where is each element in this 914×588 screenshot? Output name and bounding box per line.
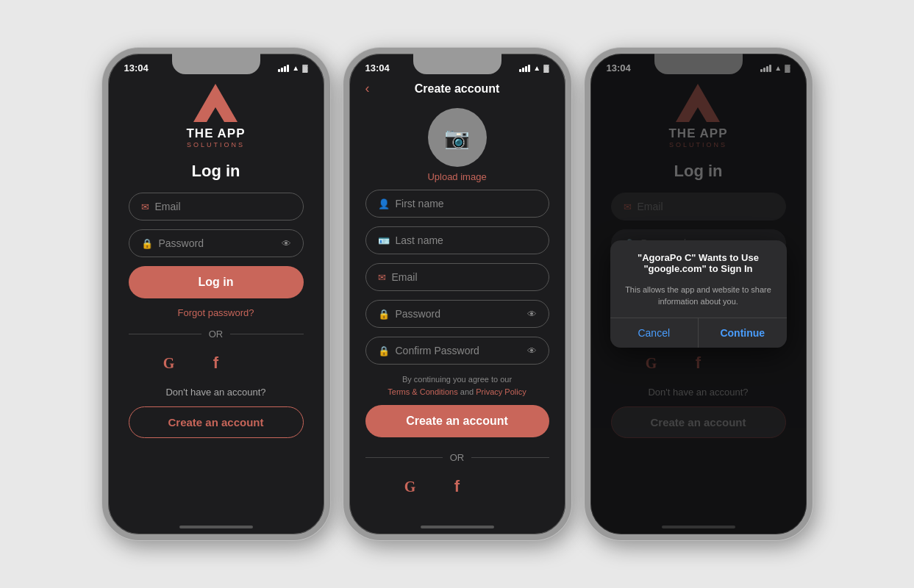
- dialog-buttons: Cancel Continue: [610, 318, 787, 348]
- home-indicator-1: [108, 520, 324, 534]
- home-bar-1: [179, 526, 253, 528]
- email-placeholder-2: Email: [392, 271, 537, 283]
- time-2: 13:04: [365, 62, 390, 74]
- status-icons-1: ▲ ▓: [278, 64, 307, 72]
- privacy-policy-link-2[interactable]: Privacy Policy: [476, 387, 526, 396]
- dont-have-account-1: Don't have an account?: [165, 387, 265, 398]
- battery-icon-2: ▓: [543, 64, 549, 72]
- terms-label-2: By continuing you agree to our: [402, 375, 512, 384]
- status-icons-2: ▲ ▓: [519, 64, 549, 72]
- nav-title-2: Create account: [415, 82, 500, 96]
- nav-bar-2: ‹ Create account: [365, 78, 549, 102]
- confirm-password-field-2[interactable]: 🔒 Confirm Password 👁: [365, 337, 549, 365]
- login-screen-1: THE APP SOLUTIONS Log in ✉ Email 🔒 Passw…: [108, 76, 324, 520]
- confirm-placeholder-2: Confirm Password: [396, 345, 521, 356]
- eye-icon-2[interactable]: 👁: [527, 309, 537, 320]
- status-bar-2: 13:04 ▲ ▓: [349, 54, 565, 76]
- dialog-title: "AgoraPo C" Wants to Use "google.com" to…: [622, 252, 775, 274]
- password-field-2[interactable]: 🔒 Password 👁: [365, 300, 549, 328]
- phone-3: 13:04 ▲ ▓ THE APP SOLUTIONS Log i: [585, 48, 813, 540]
- status-bar-1: 13:04 ▲ ▓: [108, 54, 324, 76]
- avatar-upload-2[interactable]: 📷: [428, 108, 487, 167]
- social-icons-1: G f: [156, 350, 276, 376]
- first-name-placeholder-2: First name: [396, 198, 537, 209]
- lock-icon-1: 🔒: [141, 238, 153, 249]
- email-icon-1: ✉: [141, 201, 149, 212]
- and-text-2b: and: [460, 387, 474, 396]
- phone-1: 13:04 ▲ ▓ THE APP SOLUTIONS Log i: [102, 48, 330, 540]
- home-indicator-2: [349, 520, 565, 534]
- last-name-field-2[interactable]: 🪪 Last name: [365, 226, 549, 254]
- phone-2: 13:04 ▲ ▓ ‹ Create account 📷: [343, 48, 571, 540]
- back-button-2[interactable]: ‹: [365, 81, 370, 96]
- email-placeholder-1: Email: [155, 201, 291, 212]
- logo-text-main-1: THE APP: [186, 126, 245, 141]
- or-line-left-1: [129, 334, 201, 334]
- login-title-1: Log in: [192, 162, 240, 181]
- camera-icon-2: 📷: [444, 126, 470, 150]
- or-line-left-2: [365, 457, 443, 458]
- or-text-1: OR: [209, 329, 224, 340]
- email-icon-2: ✉: [378, 272, 386, 283]
- signal-bars-2: [519, 65, 530, 72]
- logo-1: THE APP SOLUTIONS: [186, 84, 245, 148]
- wifi-icon-2: ▲: [533, 64, 540, 72]
- lock-icon-confirm-2: 🔒: [378, 345, 390, 356]
- apple-icon-2[interactable]: [491, 473, 518, 500]
- lock-icon-2: 🔒: [378, 309, 390, 320]
- facebook-icon-1[interactable]: f: [203, 350, 229, 376]
- eye-icon-1[interactable]: 👁: [282, 238, 291, 249]
- dialog-overlay-3: "AgoraPo C" Wants to Use "google.com" to…: [590, 54, 807, 534]
- create-account-screen-2: ‹ Create account 📷 Upload image 👤 First …: [349, 76, 565, 520]
- email-field-2[interactable]: ✉ Email: [365, 263, 549, 291]
- login-button-1[interactable]: Log in: [129, 266, 304, 298]
- time-1: 13:04: [124, 62, 149, 74]
- battery-icon-1: ▓: [302, 64, 307, 72]
- person-icon-2: 👤: [378, 198, 390, 209]
- create-account-button-1[interactable]: Create an account: [129, 406, 304, 438]
- google-icon-1[interactable]: G: [156, 350, 182, 376]
- terms-conditions-link-2[interactable]: Terms & Conditions: [388, 387, 457, 396]
- terms-text-2: By continuing you agree to our Terms & C…: [388, 373, 526, 398]
- or-divider-2: OR: [365, 452, 549, 463]
- dialog-cancel-button[interactable]: Cancel: [610, 318, 699, 348]
- last-name-placeholder-2: Last name: [396, 234, 537, 246]
- social-icons-2: G f: [397, 473, 518, 500]
- or-line-right-1: [230, 334, 303, 334]
- email-field-1[interactable]: ✉ Email: [129, 193, 304, 220]
- create-account-button-2[interactable]: Create an account: [365, 405, 549, 437]
- password-placeholder-2: Password: [396, 308, 521, 320]
- dialog-body: This allows the app and website to share…: [610, 284, 787, 318]
- dialog-continue-button[interactable]: Continue: [699, 318, 787, 348]
- dialog-header: "AgoraPo C" Wants to Use "google.com" to…: [610, 240, 787, 284]
- google-signin-dialog: "AgoraPo C" Wants to Use "google.com" to…: [610, 240, 787, 348]
- upload-label-2[interactable]: Upload image: [427, 171, 486, 182]
- logo-text-sub-1: SOLUTIONS: [187, 141, 245, 148]
- or-text-2: OR: [450, 452, 465, 463]
- signal-bars-1: [278, 65, 289, 72]
- eye-icon-confirm-2[interactable]: 👁: [527, 345, 537, 356]
- password-field-1[interactable]: 🔒 Password 👁: [129, 229, 304, 257]
- logo-triangle-1: [193, 84, 238, 122]
- id-icon-2: 🪪: [378, 235, 390, 246]
- or-divider-1: OR: [129, 329, 304, 340]
- wifi-icon-1: ▲: [292, 64, 299, 72]
- google-icon-2[interactable]: G: [397, 473, 424, 500]
- forgot-password-link-1[interactable]: Forgot password?: [177, 307, 254, 318]
- facebook-icon-2[interactable]: f: [444, 473, 471, 500]
- apple-icon-1[interactable]: [250, 350, 276, 376]
- home-bar-2: [421, 526, 494, 528]
- or-line-right-2: [471, 457, 549, 458]
- password-placeholder-1: Password: [159, 237, 276, 249]
- first-name-field-2[interactable]: 👤 First name: [365, 190, 549, 218]
